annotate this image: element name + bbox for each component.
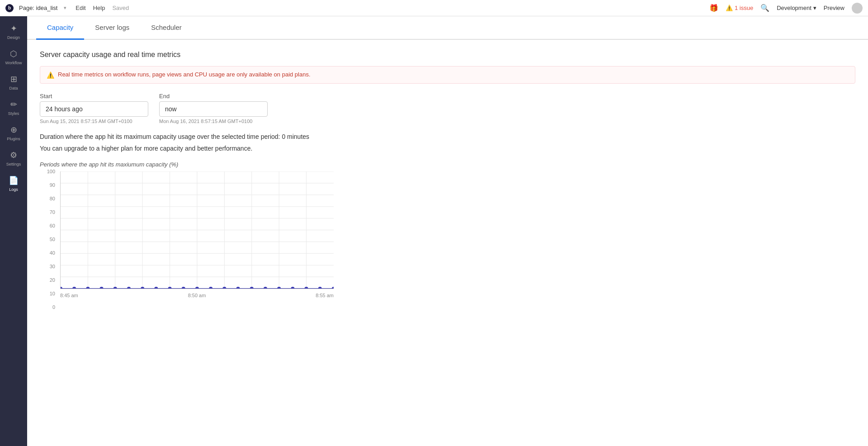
end-field: End Mon Aug 16, 2021 8:57:15 AM GMT+0100 (159, 93, 268, 124)
sidebar-item-settings[interactable]: ⚙ Settings (0, 147, 27, 170)
chart-dot (277, 287, 281, 289)
tab-scheduler[interactable]: Scheduler (140, 16, 193, 40)
sidebar-item-logs[interactable]: 📄 Logs (0, 172, 27, 195)
chart-dot (86, 287, 90, 289)
chart-dot (222, 287, 226, 289)
chart-title: Periods where the app hit its maxiumum c… (40, 161, 855, 168)
chart-dot (318, 287, 322, 289)
y-label-50: 50 (50, 237, 55, 242)
topbar-right: 🎁 ⚠️ 1 issue 🔍 Development ▾ Preview (709, 3, 863, 14)
x-label-845: 8:45 am (60, 293, 78, 298)
y-label-80: 80 (50, 196, 55, 201)
chart-dot (168, 287, 172, 289)
sidebar: ✦ Design ⬡ Workflow ⊞ Data ✏ Styles ⊕ Pl… (0, 16, 27, 446)
end-input[interactable] (159, 101, 268, 117)
sidebar-label-design: Design (7, 35, 20, 40)
x-label-850: 8:50 am (188, 293, 206, 298)
chart-dot (332, 287, 334, 289)
chart-dot (100, 287, 104, 289)
y-label-10: 10 (50, 291, 55, 296)
gift-icon[interactable]: 🎁 (709, 4, 718, 12)
y-label-60: 60 (50, 223, 55, 228)
preview-button[interactable]: Preview (824, 5, 844, 11)
sidebar-label-plugins: Plugins (7, 137, 20, 141)
chart-container: 100 90 80 70 60 50 40 30 20 10 0 (40, 171, 334, 307)
tab-server-logs[interactable]: Server logs (84, 16, 140, 40)
topbar-nav: Edit Help (75, 5, 105, 11)
y-label-40: 40 (50, 250, 55, 256)
chart-dot (154, 287, 158, 289)
chart-dot (141, 287, 144, 289)
main-content: Capacity Server logs Scheduler Server ca… (27, 16, 868, 446)
y-label-90: 90 (50, 182, 55, 188)
logs-icon: 📄 (9, 176, 19, 185)
warning-triangle-icon: ⚠️ (47, 71, 54, 79)
chart-y-labels: 100 90 80 70 60 50 40 30 20 10 0 (40, 171, 58, 307)
chart-dot (264, 287, 267, 289)
logo: b (5, 4, 14, 12)
chart-dot (61, 287, 62, 289)
chart-svg (61, 171, 334, 289)
y-label-100: 100 (47, 169, 55, 174)
plugins-icon: ⊕ (10, 125, 17, 135)
upgrade-text: You can upgrade to a higher plan for mor… (40, 145, 855, 152)
content-area: Server capacity usage and real time metr… (27, 40, 868, 318)
end-subtitle: Mon Aug 16, 2021 8:57:15 AM GMT+0100 (159, 119, 268, 124)
chart-dot (113, 287, 117, 289)
y-label-0: 0 (52, 304, 55, 310)
env-arrow-icon: ▾ (813, 5, 816, 11)
styles-icon: ✏ (10, 100, 17, 109)
sidebar-item-data[interactable]: ⊞ Data (0, 71, 27, 94)
chart-dot (291, 287, 294, 289)
sidebar-label-data: Data (9, 86, 18, 90)
chart-dot (127, 287, 131, 289)
section-title: Server capacity usage and real time metr… (40, 51, 855, 59)
end-label: End (159, 93, 268, 100)
y-label-30: 30 (50, 264, 55, 269)
tab-capacity-label: Capacity (47, 24, 73, 31)
chart-x-labels: 8:45 am 8:50 am 8:55 am (60, 289, 334, 307)
help-menu[interactable]: Help (93, 5, 105, 11)
y-label-70: 70 (50, 209, 55, 215)
duration-text: Duration where the app hit its maximum c… (40, 133, 855, 140)
page-arrow-icon: ▾ (64, 5, 66, 11)
chart-dot (182, 287, 185, 289)
tabs-bar: Capacity Server logs Scheduler (27, 16, 868, 40)
logo-letter: b (8, 5, 11, 10)
sidebar-label-workflow: Workflow (5, 61, 22, 65)
design-icon: ✦ (10, 24, 17, 33)
sidebar-item-workflow[interactable]: ⬡ Workflow (0, 45, 27, 69)
sidebar-label-logs: Logs (9, 187, 18, 192)
chart-dot (236, 287, 240, 289)
tab-scheduler-label: Scheduler (151, 24, 182, 31)
environment-selector[interactable]: Development ▾ (777, 5, 816, 11)
edit-menu[interactable]: Edit (75, 5, 85, 11)
sidebar-item-styles[interactable]: ✏ Styles (0, 96, 27, 119)
date-range: Start Sun Aug 15, 2021 8:57:15 AM GMT+01… (40, 93, 855, 124)
warning-text: Real time metrics on workflow runs, page… (58, 71, 311, 78)
page-name: Page: idea_list (19, 5, 57, 11)
chart-dot (195, 287, 199, 289)
topbar: b Page: idea_list ▾ Edit Help Saved 🎁 ⚠️… (0, 0, 868, 16)
tab-capacity[interactable]: Capacity (36, 16, 84, 40)
sidebar-item-design[interactable]: ✦ Design (0, 20, 27, 43)
avatar[interactable] (852, 3, 863, 14)
search-icon[interactable]: 🔍 (760, 4, 769, 12)
issue-label: 1 issue (735, 5, 753, 11)
issue-badge[interactable]: ⚠️ 1 issue (726, 5, 753, 11)
sidebar-label-styles: Styles (8, 111, 19, 116)
saved-status: Saved (112, 5, 129, 11)
warning-icon: ⚠️ (726, 5, 733, 11)
y-label-20: 20 (50, 277, 55, 283)
chart-area (60, 171, 334, 289)
start-input[interactable] (40, 101, 148, 117)
tab-server-logs-label: Server logs (95, 24, 129, 31)
chart-dot (72, 287, 76, 289)
env-label: Development (777, 5, 811, 11)
start-label: Start (40, 93, 148, 100)
settings-icon: ⚙ (10, 150, 17, 160)
sidebar-label-settings: Settings (6, 162, 21, 166)
chart-dot (209, 287, 212, 289)
sidebar-item-plugins[interactable]: ⊕ Plugins (0, 121, 27, 145)
data-icon: ⊞ (10, 74, 17, 84)
